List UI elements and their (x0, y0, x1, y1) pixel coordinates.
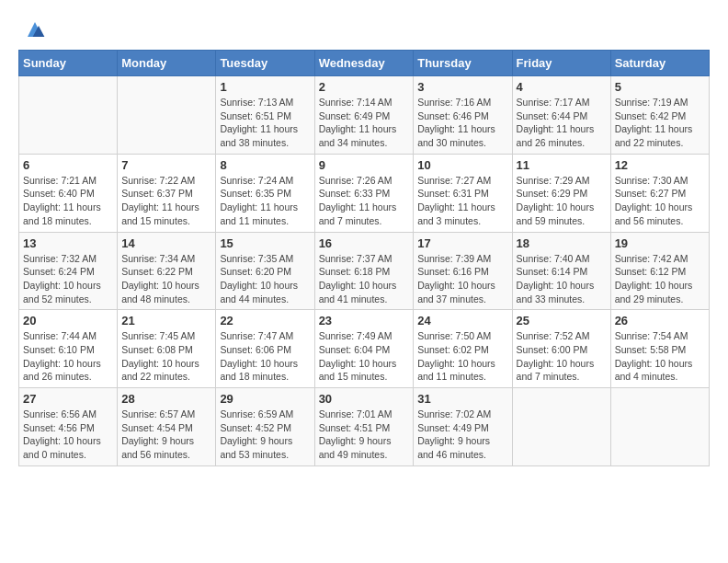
day-number: 25 (517, 314, 607, 327)
calendar-cell: 28Sunrise: 6:57 AM Sunset: 4:54 PM Dayli… (118, 388, 216, 466)
calendar-cell (512, 388, 610, 466)
calendar-cell: 7Sunrise: 7:22 AM Sunset: 6:37 PM Daylig… (118, 154, 216, 232)
day-of-week-header: Saturday (610, 51, 709, 76)
day-number: 10 (417, 158, 507, 172)
day-info: Sunrise: 7:29 AM Sunset: 6:29 PM Dayligh… (517, 174, 607, 228)
calendar-cell: 22Sunrise: 7:47 AM Sunset: 6:06 PM Dayli… (216, 310, 314, 388)
calendar-cell: 29Sunrise: 6:59 AM Sunset: 4:52 PM Dayli… (216, 388, 314, 466)
day-number: 2 (319, 80, 410, 94)
logo-icon (24, 18, 46, 40)
calendar-cell: 24Sunrise: 7:50 AM Sunset: 6:02 PM Dayli… (414, 310, 512, 388)
day-info: Sunrise: 7:50 AM Sunset: 6:02 PM Dayligh… (417, 329, 507, 384)
day-info: Sunrise: 7:19 AM Sunset: 6:42 PM Dayligh… (615, 96, 705, 150)
calendar-cell: 1Sunrise: 7:13 AM Sunset: 6:51 PM Daylig… (216, 76, 314, 155)
day-number: 24 (417, 314, 507, 327)
day-number: 14 (121, 236, 211, 250)
calendar-week-row: 27Sunrise: 6:56 AM Sunset: 4:56 PM Dayli… (19, 388, 710, 466)
day-info: Sunrise: 7:49 AM Sunset: 6:04 PM Dayligh… (319, 329, 410, 384)
day-number: 31 (417, 392, 507, 406)
day-number: 12 (615, 158, 705, 172)
day-number: 6 (23, 158, 113, 172)
day-info: Sunrise: 7:26 AM Sunset: 6:33 PM Dayligh… (319, 174, 410, 228)
day-info: Sunrise: 7:45 AM Sunset: 6:08 PM Dayligh… (121, 329, 211, 384)
day-number: 15 (220, 236, 310, 250)
day-number: 4 (517, 80, 607, 94)
calendar-cell: 30Sunrise: 7:01 AM Sunset: 4:51 PM Dayli… (314, 388, 414, 466)
day-info: Sunrise: 7:44 AM Sunset: 6:10 PM Dayligh… (23, 329, 113, 384)
day-number: 28 (121, 392, 211, 406)
day-number: 23 (319, 314, 410, 327)
calendar-cell: 13Sunrise: 7:32 AM Sunset: 6:24 PM Dayli… (19, 232, 118, 310)
calendar-cell: 31Sunrise: 7:02 AM Sunset: 4:49 PM Dayli… (414, 388, 512, 466)
calendar-cell: 12Sunrise: 7:30 AM Sunset: 6:27 PM Dayli… (610, 154, 709, 232)
day-info: Sunrise: 7:52 AM Sunset: 6:00 PM Dayligh… (517, 329, 607, 384)
day-info: Sunrise: 7:02 AM Sunset: 4:49 PM Dayligh… (417, 408, 507, 462)
day-info: Sunrise: 7:22 AM Sunset: 6:37 PM Dayligh… (121, 174, 211, 228)
day-number: 7 (121, 158, 211, 172)
day-of-week-header: Tuesday (216, 51, 314, 76)
day-number: 17 (417, 236, 507, 250)
page-header (18, 18, 710, 40)
calendar-week-row: 6Sunrise: 7:21 AM Sunset: 6:40 PM Daylig… (19, 154, 710, 232)
calendar-cell: 26Sunrise: 7:54 AM Sunset: 5:58 PM Dayli… (610, 310, 709, 388)
day-number: 3 (417, 80, 507, 94)
calendar-cell (118, 76, 216, 155)
calendar-week-row: 1Sunrise: 7:13 AM Sunset: 6:51 PM Daylig… (19, 76, 710, 155)
calendar-cell: 8Sunrise: 7:24 AM Sunset: 6:35 PM Daylig… (216, 154, 314, 232)
day-info: Sunrise: 7:13 AM Sunset: 6:51 PM Dayligh… (220, 96, 310, 150)
day-of-week-header: Monday (118, 51, 216, 76)
day-number: 27 (23, 392, 113, 406)
day-number: 11 (517, 158, 607, 172)
day-info: Sunrise: 7:42 AM Sunset: 6:12 PM Dayligh… (615, 252, 705, 306)
calendar-cell: 19Sunrise: 7:42 AM Sunset: 6:12 PM Dayli… (610, 232, 709, 310)
day-info: Sunrise: 7:30 AM Sunset: 6:27 PM Dayligh… (615, 174, 705, 228)
day-info: Sunrise: 7:14 AM Sunset: 6:49 PM Dayligh… (319, 96, 410, 150)
day-number: 18 (517, 236, 607, 250)
calendar-cell: 16Sunrise: 7:37 AM Sunset: 6:18 PM Dayli… (314, 232, 414, 310)
day-info: Sunrise: 7:37 AM Sunset: 6:18 PM Dayligh… (319, 252, 410, 306)
day-info: Sunrise: 7:16 AM Sunset: 6:46 PM Dayligh… (417, 96, 507, 150)
day-of-week-header: Thursday (414, 51, 512, 76)
day-number: 21 (121, 314, 211, 327)
calendar-header-row: SundayMondayTuesdayWednesdayThursdayFrid… (19, 51, 710, 76)
day-number: 29 (220, 392, 310, 406)
day-info: Sunrise: 7:32 AM Sunset: 6:24 PM Dayligh… (23, 252, 113, 306)
day-info: Sunrise: 7:47 AM Sunset: 6:06 PM Dayligh… (220, 329, 310, 384)
calendar-cell: 2Sunrise: 7:14 AM Sunset: 6:49 PM Daylig… (314, 76, 414, 155)
day-number: 30 (319, 392, 410, 406)
day-info: Sunrise: 7:54 AM Sunset: 5:58 PM Dayligh… (615, 329, 705, 384)
day-number: 26 (615, 314, 705, 327)
day-info: Sunrise: 7:40 AM Sunset: 6:14 PM Dayligh… (517, 252, 607, 306)
day-info: Sunrise: 7:39 AM Sunset: 6:16 PM Dayligh… (417, 252, 507, 306)
calendar-cell: 11Sunrise: 7:29 AM Sunset: 6:29 PM Dayli… (512, 154, 610, 232)
day-info: Sunrise: 6:56 AM Sunset: 4:56 PM Dayligh… (23, 408, 113, 462)
day-number: 20 (23, 314, 113, 327)
calendar-cell: 15Sunrise: 7:35 AM Sunset: 6:20 PM Dayli… (216, 232, 314, 310)
calendar-cell: 10Sunrise: 7:27 AM Sunset: 6:31 PM Dayli… (414, 154, 512, 232)
calendar-cell (610, 388, 709, 466)
calendar-cell: 3Sunrise: 7:16 AM Sunset: 6:46 PM Daylig… (414, 76, 512, 155)
logo (18, 18, 46, 40)
day-info: Sunrise: 7:01 AM Sunset: 4:51 PM Dayligh… (319, 408, 410, 462)
day-info: Sunrise: 7:21 AM Sunset: 6:40 PM Dayligh… (23, 174, 113, 228)
calendar-cell: 14Sunrise: 7:34 AM Sunset: 6:22 PM Dayli… (118, 232, 216, 310)
day-info: Sunrise: 7:34 AM Sunset: 6:22 PM Dayligh… (121, 252, 211, 306)
calendar-table: SundayMondayTuesdayWednesdayThursdayFrid… (18, 50, 710, 466)
calendar-cell: 23Sunrise: 7:49 AM Sunset: 6:04 PM Dayli… (314, 310, 414, 388)
day-number: 1 (220, 80, 310, 94)
calendar-cell: 4Sunrise: 7:17 AM Sunset: 6:44 PM Daylig… (512, 76, 610, 155)
calendar-week-row: 20Sunrise: 7:44 AM Sunset: 6:10 PM Dayli… (19, 310, 710, 388)
calendar-cell: 20Sunrise: 7:44 AM Sunset: 6:10 PM Dayli… (19, 310, 118, 388)
day-info: Sunrise: 7:24 AM Sunset: 6:35 PM Dayligh… (220, 174, 310, 228)
day-number: 22 (220, 314, 310, 327)
calendar-cell: 9Sunrise: 7:26 AM Sunset: 6:33 PM Daylig… (314, 154, 414, 232)
calendar-cell (19, 76, 118, 155)
day-number: 8 (220, 158, 310, 172)
calendar-cell: 17Sunrise: 7:39 AM Sunset: 6:16 PM Dayli… (414, 232, 512, 310)
calendar-cell: 18Sunrise: 7:40 AM Sunset: 6:14 PM Dayli… (512, 232, 610, 310)
day-number: 19 (615, 236, 705, 250)
day-of-week-header: Sunday (19, 51, 118, 76)
day-info: Sunrise: 6:59 AM Sunset: 4:52 PM Dayligh… (220, 408, 310, 462)
day-info: Sunrise: 6:57 AM Sunset: 4:54 PM Dayligh… (121, 408, 211, 462)
day-number: 16 (319, 236, 410, 250)
